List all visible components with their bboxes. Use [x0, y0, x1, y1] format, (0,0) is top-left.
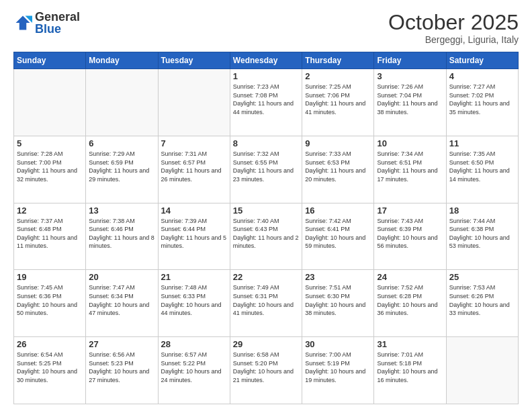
day-info: Sunrise: 6:57 AM Sunset: 5:22 PM Dayligh…	[161, 351, 227, 384]
sunset-text: Sunset: 5:22 PM	[161, 360, 206, 367]
sunset-text: Sunset: 6:38 PM	[449, 226, 494, 232]
page: General Blue October 2025 Bergeggi, Ligu…	[0, 0, 532, 411]
day-cell: 21 Sunrise: 7:48 AM Sunset: 6:33 PM Dayl…	[158, 270, 230, 337]
day-cell: 30 Sunrise: 7:00 AM Sunset: 5:19 PM Dayl…	[302, 337, 374, 404]
daylight-text: Daylight: 10 hours and 27 minutes.	[89, 368, 149, 383]
day-cell: 13 Sunrise: 7:38 AM Sunset: 6:46 PM Dayl…	[86, 203, 158, 270]
sunset-text: Sunset: 5:20 PM	[233, 360, 278, 367]
sunset-text: Sunset: 6:28 PM	[377, 293, 422, 300]
sunset-text: Sunset: 6:44 PM	[161, 226, 206, 232]
day-number: 13	[89, 205, 154, 216]
daylight-text: Daylight: 10 hours and 30 minutes.	[17, 368, 77, 383]
sunrise-text: Sunrise: 6:58 AM	[233, 351, 279, 358]
sunset-text: Sunset: 6:31 PM	[233, 293, 278, 300]
day-info: Sunrise: 6:58 AM Sunset: 5:20 PM Dayligh…	[233, 351, 299, 384]
day-cell: 28 Sunrise: 6:57 AM Sunset: 5:22 PM Dayl…	[158, 337, 230, 404]
day-info: Sunrise: 7:49 AM Sunset: 6:31 PM Dayligh…	[233, 283, 299, 317]
week-row-4: 19 Sunrise: 7:45 AM Sunset: 6:36 PM Dayl…	[14, 270, 519, 337]
sunrise-text: Sunrise: 7:52 AM	[377, 284, 423, 291]
day-info: Sunrise: 7:53 AM Sunset: 6:26 PM Dayligh…	[449, 283, 515, 317]
sunrise-text: Sunrise: 7:38 AM	[89, 218, 135, 224]
col-saturday: Saturday	[446, 52, 518, 69]
daylight-text: Daylight: 10 hours and 21 minutes.	[233, 368, 294, 383]
sunrise-text: Sunrise: 7:01 AM	[377, 351, 423, 358]
sunset-text: Sunset: 6:57 PM	[161, 159, 206, 166]
daylight-text: Daylight: 11 hours and 29 minutes.	[89, 167, 149, 183]
day-info: Sunrise: 7:27 AM Sunset: 7:02 PM Dayligh…	[449, 83, 515, 116]
daylight-text: Daylight: 10 hours and 56 minutes.	[377, 234, 437, 250]
sunrise-text: Sunrise: 7:37 AM	[17, 218, 63, 224]
sunrise-text: Sunrise: 6:57 AM	[161, 351, 208, 358]
sunset-text: Sunset: 6:59 PM	[89, 159, 134, 166]
week-row-5: 26 Sunrise: 6:54 AM Sunset: 5:25 PM Dayl…	[14, 337, 519, 404]
day-cell: 15 Sunrise: 7:40 AM Sunset: 6:43 PM Dayl…	[230, 203, 302, 270]
day-info: Sunrise: 7:31 AM Sunset: 6:57 PM Dayligh…	[161, 150, 227, 183]
day-number: 23	[305, 272, 371, 282]
sunset-text: Sunset: 6:36 PM	[17, 293, 62, 300]
sunrise-text: Sunrise: 7:26 AM	[377, 83, 423, 90]
day-cell: 4 Sunrise: 7:27 AM Sunset: 7:02 PM Dayli…	[446, 69, 518, 136]
daylight-text: Daylight: 10 hours and 33 minutes.	[449, 302, 510, 317]
daylight-text: Daylight: 11 hours and 44 minutes.	[233, 100, 294, 116]
week-row-3: 12 Sunrise: 7:37 AM Sunset: 6:48 PM Dayl…	[14, 203, 519, 270]
sunrise-text: Sunrise: 7:33 AM	[305, 150, 351, 157]
col-wednesday: Wednesday	[230, 52, 302, 69]
sunset-text: Sunset: 6:51 PM	[377, 159, 422, 166]
day-cell: 26 Sunrise: 6:54 AM Sunset: 5:25 PM Dayl…	[14, 337, 86, 404]
sunrise-text: Sunrise: 7:44 AM	[449, 218, 496, 224]
sunrise-text: Sunrise: 7:27 AM	[449, 83, 496, 90]
day-info: Sunrise: 7:45 AM Sunset: 6:36 PM Dayligh…	[17, 283, 83, 317]
day-number: 15	[233, 205, 299, 216]
day-info: Sunrise: 7:42 AM Sunset: 6:41 PM Dayligh…	[305, 217, 371, 250]
day-number: 27	[89, 339, 154, 349]
title-block: October 2025 Bergeggi, Liguria, Italy	[388, 11, 519, 45]
col-monday: Monday	[86, 52, 158, 69]
day-info: Sunrise: 7:43 AM Sunset: 6:39 PM Dayligh…	[377, 217, 443, 250]
sunrise-text: Sunrise: 6:56 AM	[89, 351, 135, 358]
sunrise-text: Sunrise: 7:29 AM	[89, 150, 135, 157]
day-cell: 12 Sunrise: 7:37 AM Sunset: 6:48 PM Dayl…	[14, 203, 86, 270]
day-info: Sunrise: 7:34 AM Sunset: 6:51 PM Dayligh…	[377, 150, 443, 183]
day-info: Sunrise: 7:47 AM Sunset: 6:34 PM Dayligh…	[89, 283, 154, 317]
calendar-header-row: Sunday Monday Tuesday Wednesday Thursday…	[14, 52, 519, 69]
sunset-text: Sunset: 5:19 PM	[305, 360, 350, 367]
day-number: 21	[161, 272, 227, 282]
daylight-text: Daylight: 10 hours and 36 minutes.	[377, 302, 437, 317]
col-thursday: Thursday	[302, 52, 374, 69]
calendar-title: October 2025	[388, 11, 519, 34]
sunrise-text: Sunrise: 7:42 AM	[305, 218, 351, 224]
sunset-text: Sunset: 6:43 PM	[233, 226, 278, 232]
sunrise-text: Sunrise: 6:54 AM	[17, 351, 63, 358]
day-number: 12	[17, 205, 83, 216]
day-cell: 17 Sunrise: 7:43 AM Sunset: 6:39 PM Dayl…	[374, 203, 446, 270]
day-number: 3	[377, 71, 443, 81]
sunrise-text: Sunrise: 7:25 AM	[305, 83, 351, 90]
daylight-text: Daylight: 10 hours and 53 minutes.	[449, 234, 510, 250]
day-number: 29	[233, 339, 299, 349]
day-info: Sunrise: 7:48 AM Sunset: 6:33 PM Dayligh…	[161, 283, 227, 317]
daylight-text: Daylight: 10 hours and 16 minutes.	[377, 368, 437, 383]
day-info: Sunrise: 7:39 AM Sunset: 6:44 PM Dayligh…	[161, 217, 227, 250]
day-number: 9	[305, 138, 371, 148]
day-cell: 24 Sunrise: 7:52 AM Sunset: 6:28 PM Dayl…	[374, 270, 446, 337]
day-cell: 29 Sunrise: 6:58 AM Sunset: 5:20 PM Dayl…	[230, 337, 302, 404]
day-cell: 20 Sunrise: 7:47 AM Sunset: 6:34 PM Dayl…	[86, 270, 158, 337]
day-number: 17	[377, 205, 443, 216]
day-number: 8	[233, 138, 299, 148]
day-cell	[446, 337, 518, 404]
day-cell: 3 Sunrise: 7:26 AM Sunset: 7:04 PM Dayli…	[374, 69, 446, 136]
day-cell: 22 Sunrise: 7:49 AM Sunset: 6:31 PM Dayl…	[230, 270, 302, 337]
daylight-text: Daylight: 11 hours and 23 minutes.	[233, 167, 294, 183]
daylight-text: Daylight: 11 hours and 41 minutes.	[305, 100, 365, 116]
day-cell: 31 Sunrise: 7:01 AM Sunset: 5:18 PM Dayl…	[374, 337, 446, 404]
day-number: 7	[161, 138, 227, 148]
daylight-text: Daylight: 11 hours and 20 minutes.	[305, 167, 365, 183]
sunrise-text: Sunrise: 7:48 AM	[161, 284, 208, 291]
daylight-text: Daylight: 11 hours and 38 minutes.	[377, 100, 437, 116]
sunset-text: Sunset: 5:18 PM	[377, 360, 422, 367]
day-info: Sunrise: 7:26 AM Sunset: 7:04 PM Dayligh…	[377, 83, 443, 116]
day-cell	[158, 69, 230, 136]
day-number: 6	[89, 138, 154, 148]
day-number: 14	[161, 205, 227, 216]
day-cell: 6 Sunrise: 7:29 AM Sunset: 6:59 PM Dayli…	[86, 136, 158, 203]
